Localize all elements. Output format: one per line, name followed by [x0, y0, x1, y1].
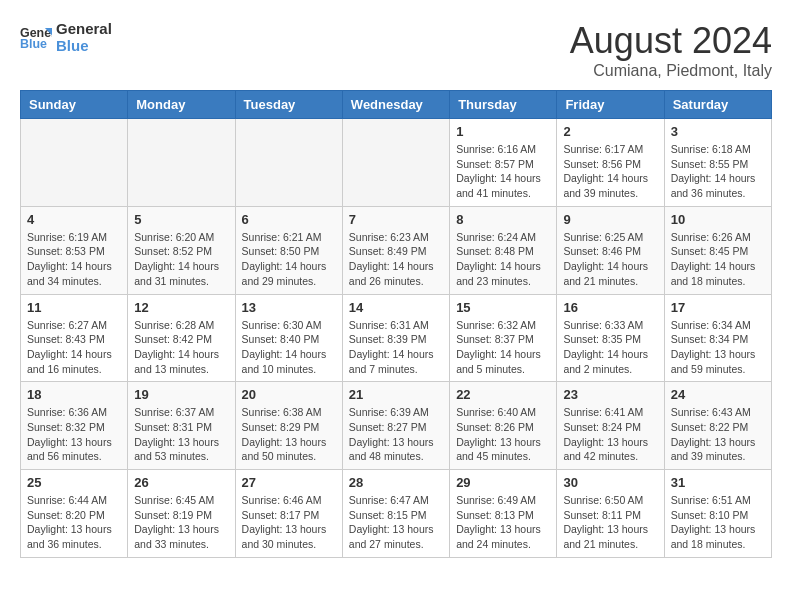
calendar-cell: [342, 119, 449, 207]
calendar-cell: 9Sunrise: 6:25 AM Sunset: 8:46 PM Daylig…: [557, 206, 664, 294]
calendar-cell: 29Sunrise: 6:49 AM Sunset: 8:13 PM Dayli…: [450, 470, 557, 558]
day-info: Sunrise: 6:20 AM Sunset: 8:52 PM Dayligh…: [134, 230, 228, 289]
day-info: Sunrise: 6:16 AM Sunset: 8:57 PM Dayligh…: [456, 142, 550, 201]
day-number: 7: [349, 212, 443, 227]
calendar-week-5: 25Sunrise: 6:44 AM Sunset: 8:20 PM Dayli…: [21, 470, 772, 558]
day-info: Sunrise: 6:46 AM Sunset: 8:17 PM Dayligh…: [242, 493, 336, 552]
calendar-cell: 13Sunrise: 6:30 AM Sunset: 8:40 PM Dayli…: [235, 294, 342, 382]
day-number: 27: [242, 475, 336, 490]
day-info: Sunrise: 6:43 AM Sunset: 8:22 PM Dayligh…: [671, 405, 765, 464]
day-info: Sunrise: 6:31 AM Sunset: 8:39 PM Dayligh…: [349, 318, 443, 377]
month-title: August 2024: [570, 20, 772, 62]
calendar-week-2: 4Sunrise: 6:19 AM Sunset: 8:53 PM Daylig…: [21, 206, 772, 294]
day-header-monday: Monday: [128, 91, 235, 119]
calendar-cell: 15Sunrise: 6:32 AM Sunset: 8:37 PM Dayli…: [450, 294, 557, 382]
calendar-cell: 25Sunrise: 6:44 AM Sunset: 8:20 PM Dayli…: [21, 470, 128, 558]
calendar-week-4: 18Sunrise: 6:36 AM Sunset: 8:32 PM Dayli…: [21, 382, 772, 470]
calendar-cell: 19Sunrise: 6:37 AM Sunset: 8:31 PM Dayli…: [128, 382, 235, 470]
calendar-cell: 21Sunrise: 6:39 AM Sunset: 8:27 PM Dayli…: [342, 382, 449, 470]
calendar-cell: 7Sunrise: 6:23 AM Sunset: 8:49 PM Daylig…: [342, 206, 449, 294]
day-info: Sunrise: 6:18 AM Sunset: 8:55 PM Dayligh…: [671, 142, 765, 201]
day-number: 10: [671, 212, 765, 227]
day-info: Sunrise: 6:49 AM Sunset: 8:13 PM Dayligh…: [456, 493, 550, 552]
day-header-friday: Friday: [557, 91, 664, 119]
day-number: 12: [134, 300, 228, 315]
page-header: General Blue General Blue August 2024 Cu…: [20, 20, 772, 80]
calendar-cell: 4Sunrise: 6:19 AM Sunset: 8:53 PM Daylig…: [21, 206, 128, 294]
calendar-cell: 16Sunrise: 6:33 AM Sunset: 8:35 PM Dayli…: [557, 294, 664, 382]
calendar-cell: 17Sunrise: 6:34 AM Sunset: 8:34 PM Dayli…: [664, 294, 771, 382]
day-number: 3: [671, 124, 765, 139]
day-info: Sunrise: 6:38 AM Sunset: 8:29 PM Dayligh…: [242, 405, 336, 464]
day-number: 4: [27, 212, 121, 227]
day-info: Sunrise: 6:24 AM Sunset: 8:48 PM Dayligh…: [456, 230, 550, 289]
day-number: 1: [456, 124, 550, 139]
logo-line2: Blue: [56, 37, 112, 54]
day-number: 2: [563, 124, 657, 139]
day-number: 9: [563, 212, 657, 227]
calendar-cell: 31Sunrise: 6:51 AM Sunset: 8:10 PM Dayli…: [664, 470, 771, 558]
day-number: 14: [349, 300, 443, 315]
calendar-cell: 12Sunrise: 6:28 AM Sunset: 8:42 PM Dayli…: [128, 294, 235, 382]
day-number: 13: [242, 300, 336, 315]
calendar-cell: 5Sunrise: 6:20 AM Sunset: 8:52 PM Daylig…: [128, 206, 235, 294]
calendar-cell: [235, 119, 342, 207]
day-number: 6: [242, 212, 336, 227]
day-number: 5: [134, 212, 228, 227]
day-number: 26: [134, 475, 228, 490]
day-number: 29: [456, 475, 550, 490]
day-number: 17: [671, 300, 765, 315]
day-number: 31: [671, 475, 765, 490]
day-info: Sunrise: 6:41 AM Sunset: 8:24 PM Dayligh…: [563, 405, 657, 464]
calendar-cell: 1Sunrise: 6:16 AM Sunset: 8:57 PM Daylig…: [450, 119, 557, 207]
day-header-saturday: Saturday: [664, 91, 771, 119]
calendar-body: 1Sunrise: 6:16 AM Sunset: 8:57 PM Daylig…: [21, 119, 772, 558]
day-info: Sunrise: 6:27 AM Sunset: 8:43 PM Dayligh…: [27, 318, 121, 377]
day-number: 30: [563, 475, 657, 490]
day-info: Sunrise: 6:47 AM Sunset: 8:15 PM Dayligh…: [349, 493, 443, 552]
day-header-sunday: Sunday: [21, 91, 128, 119]
day-number: 22: [456, 387, 550, 402]
calendar-cell: [128, 119, 235, 207]
calendar-week-1: 1Sunrise: 6:16 AM Sunset: 8:57 PM Daylig…: [21, 119, 772, 207]
calendar-cell: 24Sunrise: 6:43 AM Sunset: 8:22 PM Dayli…: [664, 382, 771, 470]
calendar-cell: 22Sunrise: 6:40 AM Sunset: 8:26 PM Dayli…: [450, 382, 557, 470]
calendar-cell: 14Sunrise: 6:31 AM Sunset: 8:39 PM Dayli…: [342, 294, 449, 382]
calendar-cell: [21, 119, 128, 207]
day-info: Sunrise: 6:45 AM Sunset: 8:19 PM Dayligh…: [134, 493, 228, 552]
day-number: 11: [27, 300, 121, 315]
day-number: 21: [349, 387, 443, 402]
day-info: Sunrise: 6:25 AM Sunset: 8:46 PM Dayligh…: [563, 230, 657, 289]
day-info: Sunrise: 6:51 AM Sunset: 8:10 PM Dayligh…: [671, 493, 765, 552]
day-info: Sunrise: 6:37 AM Sunset: 8:31 PM Dayligh…: [134, 405, 228, 464]
day-info: Sunrise: 6:44 AM Sunset: 8:20 PM Dayligh…: [27, 493, 121, 552]
calendar-cell: 11Sunrise: 6:27 AM Sunset: 8:43 PM Dayli…: [21, 294, 128, 382]
day-info: Sunrise: 6:50 AM Sunset: 8:11 PM Dayligh…: [563, 493, 657, 552]
calendar-cell: 6Sunrise: 6:21 AM Sunset: 8:50 PM Daylig…: [235, 206, 342, 294]
day-info: Sunrise: 6:39 AM Sunset: 8:27 PM Dayligh…: [349, 405, 443, 464]
day-info: Sunrise: 6:34 AM Sunset: 8:34 PM Dayligh…: [671, 318, 765, 377]
day-info: Sunrise: 6:17 AM Sunset: 8:56 PM Dayligh…: [563, 142, 657, 201]
day-number: 8: [456, 212, 550, 227]
calendar-cell: 30Sunrise: 6:50 AM Sunset: 8:11 PM Dayli…: [557, 470, 664, 558]
day-header-tuesday: Tuesday: [235, 91, 342, 119]
day-info: Sunrise: 6:26 AM Sunset: 8:45 PM Dayligh…: [671, 230, 765, 289]
day-number: 20: [242, 387, 336, 402]
calendar-week-3: 11Sunrise: 6:27 AM Sunset: 8:43 PM Dayli…: [21, 294, 772, 382]
day-number: 28: [349, 475, 443, 490]
calendar-cell: 2Sunrise: 6:17 AM Sunset: 8:56 PM Daylig…: [557, 119, 664, 207]
calendar-cell: 10Sunrise: 6:26 AM Sunset: 8:45 PM Dayli…: [664, 206, 771, 294]
day-info: Sunrise: 6:21 AM Sunset: 8:50 PM Dayligh…: [242, 230, 336, 289]
day-info: Sunrise: 6:33 AM Sunset: 8:35 PM Dayligh…: [563, 318, 657, 377]
calendar-cell: 28Sunrise: 6:47 AM Sunset: 8:15 PM Dayli…: [342, 470, 449, 558]
day-info: Sunrise: 6:40 AM Sunset: 8:26 PM Dayligh…: [456, 405, 550, 464]
title-block: August 2024 Cumiana, Piedmont, Italy: [570, 20, 772, 80]
calendar-header-row: SundayMondayTuesdayWednesdayThursdayFrid…: [21, 91, 772, 119]
day-info: Sunrise: 6:32 AM Sunset: 8:37 PM Dayligh…: [456, 318, 550, 377]
day-info: Sunrise: 6:30 AM Sunset: 8:40 PM Dayligh…: [242, 318, 336, 377]
calendar-cell: 8Sunrise: 6:24 AM Sunset: 8:48 PM Daylig…: [450, 206, 557, 294]
day-number: 23: [563, 387, 657, 402]
day-header-wednesday: Wednesday: [342, 91, 449, 119]
calendar-cell: 27Sunrise: 6:46 AM Sunset: 8:17 PM Dayli…: [235, 470, 342, 558]
logo: General Blue General Blue: [20, 20, 112, 54]
